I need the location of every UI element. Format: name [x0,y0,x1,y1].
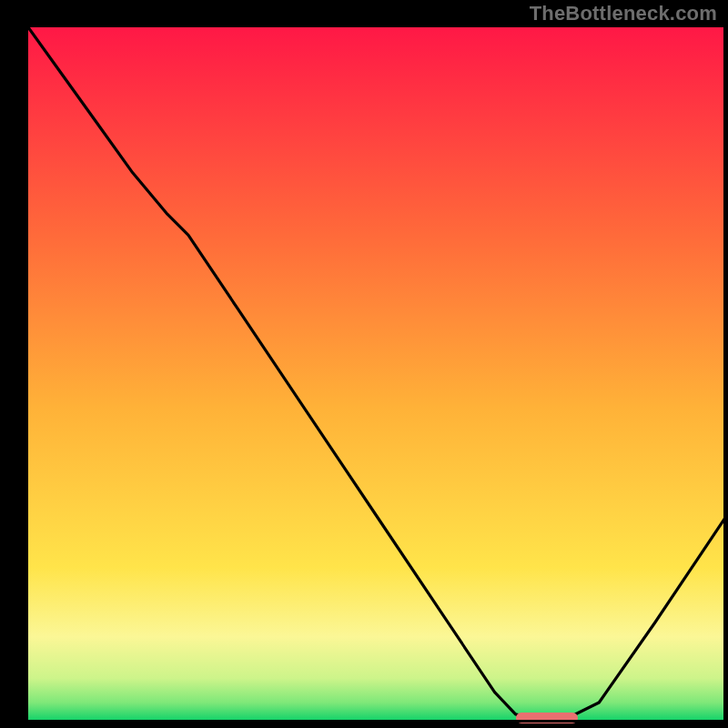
axis-frame-left [25,25,28,723]
axis-frame-right [723,25,726,723]
axis-frame-top [25,25,726,27]
watermark-text: TheBottleneck.com [530,2,717,25]
bottleneck-curve [28,27,724,720]
plot-area [28,27,724,720]
chart-stage: TheBottleneck.com [0,0,728,728]
axis-frame-bottom [25,720,726,723]
